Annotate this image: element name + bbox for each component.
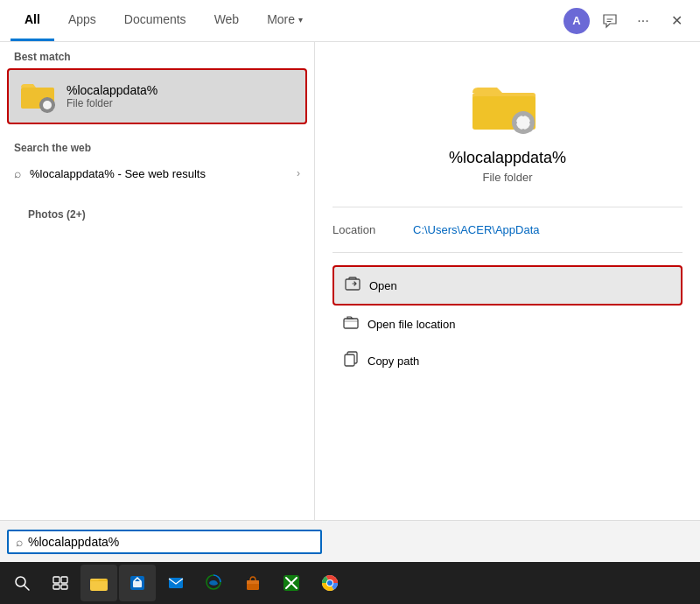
chevron-down-icon: ▾ bbox=[298, 15, 303, 25]
folder-icon bbox=[21, 79, 56, 114]
taskbar-bag-btn[interactable] bbox=[234, 565, 271, 601]
search-input[interactable] bbox=[28, 535, 313, 549]
svg-rect-7 bbox=[52, 104, 55, 106]
svg-rect-25 bbox=[344, 319, 358, 328]
preview-name: %localappdata% bbox=[449, 149, 566, 167]
more-options-icon[interactable]: ··· bbox=[630, 8, 656, 34]
svg-rect-30 bbox=[53, 577, 60, 583]
search-window: All Apps Documents Web More ▾ A ··· ✕ bbox=[0, 0, 700, 604]
location-row: Location C:\Users\ACER\AppData bbox=[332, 216, 682, 243]
svg-point-43 bbox=[327, 580, 332, 586]
svg-rect-18 bbox=[512, 122, 517, 124]
action-buttons: Open Open file location bbox=[332, 265, 682, 379]
svg-rect-24 bbox=[346, 279, 360, 290]
photos-section: Photos (2+) bbox=[0, 196, 314, 229]
best-match-item[interactable]: %localappdata% File folder bbox=[7, 68, 307, 124]
best-match-info: %localappdata% File folder bbox=[66, 83, 158, 109]
svg-rect-5 bbox=[46, 109, 48, 113]
web-search-label: Search the web bbox=[0, 133, 314, 159]
close-icon[interactable]: ✕ bbox=[663, 8, 690, 34]
svg-rect-36 bbox=[133, 581, 142, 587]
web-query: %localappdata% bbox=[30, 167, 115, 180]
svg-rect-6 bbox=[39, 104, 43, 106]
copy-path-label: Copy path bbox=[368, 355, 419, 368]
taskbar-mail-btn[interactable] bbox=[158, 565, 194, 601]
best-match-name: %localappdata% bbox=[66, 83, 158, 97]
copy-path-icon bbox=[343, 351, 359, 370]
feedback-icon[interactable] bbox=[597, 8, 623, 34]
taskbar-taskview-btn[interactable] bbox=[42, 565, 79, 601]
folder-preview-icon bbox=[472, 77, 542, 138]
tab-web[interactable]: Web bbox=[200, 0, 254, 41]
right-panel: %localappdata% File folder Location C:\U… bbox=[315, 42, 700, 520]
best-match-type: File folder bbox=[66, 97, 158, 109]
left-panel: Best match bbox=[0, 42, 315, 520]
open-label: Open bbox=[369, 279, 397, 292]
tab-all[interactable]: All bbox=[10, 0, 54, 41]
bottom-bar: ⌕ bbox=[0, 520, 700, 562]
svg-rect-19 bbox=[529, 122, 535, 124]
taskbar-xbox-btn[interactable] bbox=[273, 565, 310, 601]
svg-line-29 bbox=[24, 586, 29, 590]
open-icon bbox=[345, 276, 360, 295]
svg-rect-16 bbox=[522, 111, 525, 116]
divider bbox=[332, 207, 682, 207]
web-search-section: Search the web ⌕ %localappdata% - See we… bbox=[0, 124, 314, 196]
copy-path-button[interactable]: Copy path bbox=[332, 342, 682, 379]
divider-2 bbox=[332, 252, 682, 253]
taskbar-store-btn[interactable] bbox=[119, 565, 156, 601]
preview-type: File folder bbox=[482, 171, 532, 184]
svg-rect-39 bbox=[247, 580, 259, 584]
svg-point-28 bbox=[16, 577, 25, 586]
location-label: Location bbox=[332, 223, 402, 236]
svg-rect-17 bbox=[522, 129, 525, 134]
search-icon: ⌕ bbox=[14, 166, 21, 180]
photos-label: Photos (2+) bbox=[14, 200, 300, 226]
svg-rect-37 bbox=[169, 578, 183, 588]
svg-point-15 bbox=[516, 116, 530, 130]
tab-more[interactable]: More ▾ bbox=[253, 0, 317, 41]
more-label: More bbox=[267, 12, 295, 26]
svg-rect-31 bbox=[61, 577, 67, 583]
web-suffix: - See web results bbox=[117, 167, 205, 180]
tab-apps[interactable]: Apps bbox=[54, 0, 110, 41]
open-file-location-label: Open file location bbox=[368, 318, 455, 331]
top-right-controls: A ··· ✕ bbox=[564, 8, 690, 34]
open-file-location-button[interactable]: Open file location bbox=[332, 306, 682, 342]
taskbar-search-btn[interactable] bbox=[4, 565, 40, 601]
search-input-container: ⌕ bbox=[7, 530, 322, 554]
chevron-right-icon: › bbox=[297, 167, 300, 179]
main-content: Best match bbox=[0, 42, 700, 520]
result-preview: %localappdata% File folder bbox=[332, 60, 682, 198]
tab-documents[interactable]: Documents bbox=[110, 0, 200, 41]
top-bar: All Apps Documents Web More ▾ A ··· ✕ bbox=[0, 0, 700, 42]
open-button[interactable]: Open bbox=[332, 265, 682, 306]
taskbar-edge-btn[interactable] bbox=[196, 565, 233, 601]
location-path[interactable]: C:\Users\ACER\AppData bbox=[413, 223, 540, 236]
open-file-location-icon bbox=[343, 314, 359, 334]
web-result-item[interactable]: ⌕ %localappdata% - See web results › bbox=[0, 159, 314, 187]
svg-rect-32 bbox=[53, 585, 60, 589]
taskbar-chrome-btn[interactable] bbox=[312, 565, 348, 601]
tabs-container: All Apps Documents Web More ▾ bbox=[10, 0, 564, 41]
svg-rect-27 bbox=[345, 355, 354, 366]
taskbar bbox=[0, 562, 700, 604]
search-input-icon: ⌕ bbox=[16, 535, 23, 549]
svg-rect-4 bbox=[46, 97, 48, 101]
best-match-label: Best match bbox=[0, 42, 314, 68]
user-avatar[interactable]: A bbox=[564, 8, 590, 34]
svg-rect-33 bbox=[61, 585, 67, 589]
web-result-text: %localappdata% - See web results bbox=[30, 167, 288, 180]
svg-point-3 bbox=[43, 101, 52, 109]
taskbar-explorer-btn[interactable] bbox=[80, 565, 117, 601]
